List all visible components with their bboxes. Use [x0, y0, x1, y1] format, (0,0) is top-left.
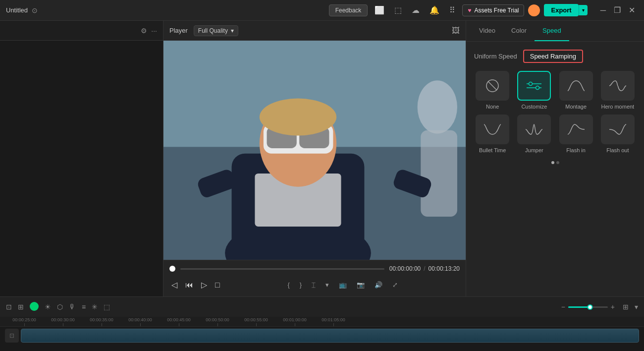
tab-speed[interactable]: Speed — [535, 21, 569, 41]
quality-select[interactable]: Full Quality ▾ — [194, 25, 238, 36]
grid-icon[interactable]: ⠿ — [446, 3, 458, 17]
cloud-icon[interactable]: ☁ — [409, 3, 423, 17]
preset-bullet-time[interactable]: Bullet Time — [474, 115, 511, 153]
step-back-button[interactable]: ⏮ — [183, 279, 195, 292]
fullscreen-button[interactable]: ⤢ — [389, 279, 401, 291]
controls-row: ◁ ⏮ ▷ □ { } ⌶ ▾ 📺 📷 🔊 ⤢ — [163, 275, 466, 296]
effect-icon[interactable]: ✳ — [92, 303, 98, 311]
split-button[interactable]: ⌶ — [309, 279, 319, 291]
filter-icon[interactable]: ⚙ — [141, 27, 147, 35]
zoom-in-icon: + — [611, 303, 615, 311]
ruler-tick-7 — [295, 323, 295, 326]
export-dropdown-button[interactable]: ▾ — [579, 5, 588, 15]
preset-montage[interactable]: Montage — [558, 71, 594, 110]
close-button[interactable]: ✕ — [626, 4, 638, 16]
svg-point-11 — [260, 99, 336, 136]
more-options-icon[interactable]: ··· — [151, 27, 157, 35]
flash-out-icon — [606, 120, 629, 138]
track-clip[interactable] — [21, 329, 639, 343]
zoom-thumb[interactable] — [587, 304, 592, 310]
dot-indicator — [474, 161, 636, 164]
window-controls: ─ ❐ ✕ — [597, 4, 638, 16]
preset-montage-box — [559, 71, 593, 101]
preset-flash-in-label: Flash in — [566, 147, 586, 153]
grid-view-icon[interactable]: ⊞ — [623, 303, 629, 311]
list-icon[interactable]: ≡ — [82, 303, 86, 311]
preset-bullet-time-label: Bullet Time — [479, 147, 506, 153]
preset-flash-in-box — [559, 115, 593, 144]
dot-1 — [551, 161, 554, 164]
mark-in-button[interactable]: { — [284, 279, 292, 291]
sidebar-content — [0, 41, 163, 296]
preset-flash-in[interactable]: Flash in — [558, 115, 594, 153]
preset-flash-out[interactable]: Flash out — [599, 115, 636, 153]
vr-scene-svg — [163, 41, 466, 260]
current-time: 00:00:00:00 — [389, 265, 421, 272]
video-frame — [163, 41, 466, 260]
jumper-icon — [523, 120, 545, 138]
preset-none[interactable]: None — [474, 71, 511, 110]
image-icon[interactable]: 🖼 — [452, 26, 460, 35]
ruler-tick-8 — [333, 323, 334, 326]
uniform-speed-button[interactable]: Uniform Speed — [474, 51, 517, 62]
more-timeline-icon[interactable]: ▾ — [635, 303, 638, 311]
preset-hero-moment[interactable]: Hero moment — [599, 71, 636, 110]
montage-icon — [565, 77, 588, 95]
progress-track[interactable] — [180, 268, 384, 270]
tab-color[interactable]: Color — [503, 21, 535, 41]
feedback-button[interactable]: Feedback — [329, 4, 368, 16]
ruler-mark-2: 00:00:35:00 — [82, 317, 121, 326]
export-media-icon[interactable]: ⬚ — [391, 3, 405, 17]
mark-out-button[interactable]: } — [297, 279, 305, 291]
title-bar-center: Feedback ⬜ ⬚ ☁ 🔔 ⠿ ♥ Assets Free Trial E… — [329, 3, 638, 17]
tab-video[interactable]: Video — [471, 21, 503, 41]
track-content: ⊡ — [0, 329, 644, 343]
sun-icon[interactable]: ☀ — [45, 303, 51, 311]
preset-jumper[interactable]: Jumper — [516, 115, 552, 153]
heart-icon: ♥ — [468, 7, 471, 14]
ruler-marks: 00:00:25:00 00:00:30:00 00:00:35:00 00:0… — [5, 317, 353, 326]
monitor-button[interactable]: 📺 — [336, 279, 350, 291]
preset-jumper-label: Jumper — [525, 147, 543, 153]
timeline-resize-icon: ⊞ — [18, 303, 24, 311]
minimize-button[interactable]: ─ — [597, 5, 609, 16]
playhead-dot[interactable] — [169, 266, 175, 272]
snapshot-button[interactable]: 📷 — [354, 279, 368, 291]
preset-bullet-time-box — [476, 115, 509, 144]
svg-line-16 — [488, 81, 497, 90]
panel-tabs: Video Color Speed — [466, 21, 644, 42]
zoom-track[interactable] — [568, 306, 608, 308]
audio-button[interactable]: 🔊 — [372, 279, 385, 291]
export-button[interactable]: Export — [544, 4, 578, 16]
shield-icon[interactable]: ⬡ — [57, 303, 63, 311]
timeline-toolbar: ⊡ ⊞ ☀ ⬡ 🎙 ≡ ✳ ⬚ − + ⊞ ▾ — [0, 297, 644, 317]
main-content: ⚙ ··· Player Full Quality ▾ 🖼 — [0, 21, 644, 296]
monitor-icon[interactable]: ⬜ — [372, 3, 387, 17]
vr-scene — [163, 41, 466, 260]
rewind-button[interactable]: ◁ — [169, 278, 179, 292]
bullet-time-icon — [481, 120, 504, 138]
bell-icon[interactable]: 🔔 — [427, 3, 442, 17]
stop-button[interactable]: □ — [213, 279, 222, 292]
mic-icon[interactable]: 🎙 — [69, 303, 76, 311]
assets-free-trial-button[interactable]: ♥ Assets Free Trial — [462, 4, 524, 16]
ruler-tick-6 — [256, 323, 257, 326]
title-bar: Untitled ⊙ Feedback ⬜ ⬚ ☁ 🔔 ⠿ ♥ Assets F… — [0, 0, 644, 21]
green-circle-button[interactable] — [30, 302, 39, 312]
preset-customize[interactable]: Customize — [516, 71, 552, 110]
none-icon — [481, 77, 504, 95]
ruler-mark-1: 00:00:30:00 — [44, 317, 82, 326]
gallery-icon[interactable]: ⬚ — [104, 303, 110, 311]
preset-customize-box — [517, 71, 551, 101]
theme-toggle-button[interactable] — [528, 4, 540, 16]
split-options-button[interactable]: ▾ — [322, 279, 332, 291]
dot-2 — [556, 161, 559, 164]
track-handle[interactable]: ⊡ — [5, 329, 19, 343]
play-button[interactable]: ▷ — [199, 278, 209, 292]
preset-none-box — [476, 71, 509, 101]
preset-customize-label: Customize — [521, 104, 547, 110]
player-header: Player Full Quality ▾ 🖼 — [163, 21, 466, 41]
customize-icon — [523, 77, 545, 95]
speed-ramping-button[interactable]: Speed Ramping — [523, 50, 583, 63]
maximize-button[interactable]: ❐ — [611, 4, 624, 16]
